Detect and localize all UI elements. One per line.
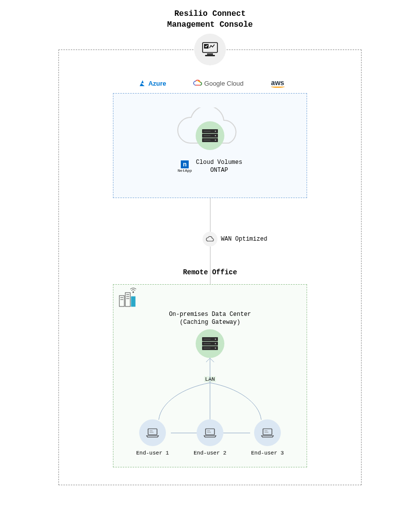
ontap-line2: ONTAP bbox=[196, 167, 243, 175]
svg-point-16 bbox=[133, 292, 134, 293]
end-user-row: End-user 1 End-user 2 End-user 3 bbox=[113, 419, 307, 456]
svg-point-9 bbox=[215, 140, 216, 141]
dc-line1: On-premises Data Center bbox=[169, 311, 251, 318]
title-line1: Resilio Connect bbox=[174, 9, 246, 18]
azure-label: Azure bbox=[148, 80, 166, 87]
connector-wan-to-remote bbox=[210, 247, 210, 284]
connector-cloud-to-wan bbox=[210, 198, 210, 232]
svg-point-25 bbox=[215, 339, 216, 340]
remote-office-title: Remote Office bbox=[0, 268, 420, 276]
laptop-icon bbox=[197, 419, 223, 446]
google-cloud-logo: Google Cloud bbox=[193, 80, 244, 87]
laptop-icon bbox=[139, 419, 166, 446]
netapp-n-icon: n bbox=[181, 160, 189, 168]
data-center-title: On-premises Data Center (Caching Gateway… bbox=[113, 310, 307, 326]
aws-logo: aws bbox=[271, 79, 285, 88]
cloud-icon bbox=[206, 236, 214, 242]
end-user-2: End-user 2 bbox=[194, 419, 226, 456]
svg-point-27 bbox=[215, 348, 216, 349]
ontap-line1: Cloud Volumes bbox=[196, 159, 243, 166]
end-user-2-label: End-user 2 bbox=[194, 450, 226, 456]
dc-line2: (Caching Gateway) bbox=[180, 319, 240, 326]
aws-smile-icon bbox=[271, 86, 285, 88]
end-user-3-label: End-user 3 bbox=[251, 450, 284, 456]
remote-office-box: On-premises Data Center (Caching Gateway… bbox=[113, 284, 307, 467]
azure-logo: Azure bbox=[138, 79, 166, 87]
netapp-logo: n NetApp bbox=[178, 160, 192, 173]
diagram-title: Resilio Connect Management Console bbox=[0, 9, 420, 30]
end-user-1: End-user 1 bbox=[136, 419, 169, 456]
city-icon bbox=[117, 288, 139, 307]
management-console-icon bbox=[194, 34, 226, 65]
ontap-text: Cloud Volumes ONTAP bbox=[196, 159, 243, 174]
end-user-3: End-user 3 bbox=[251, 419, 284, 456]
google-cloud-label: Google Cloud bbox=[204, 80, 244, 87]
cloud-volumes-box: n NetApp Cloud Volumes ONTAP bbox=[113, 93, 307, 198]
svg-point-7 bbox=[215, 131, 216, 132]
svg-rect-1 bbox=[207, 53, 213, 55]
wan-badge bbox=[203, 232, 217, 247]
cloud-server-icon bbox=[196, 121, 224, 150]
netapp-text: NetApp bbox=[178, 168, 192, 173]
gateway-server-icon bbox=[196, 329, 224, 358]
svg-rect-36 bbox=[206, 429, 214, 435]
title-line2: Management Console bbox=[167, 20, 253, 29]
laptop-icon bbox=[254, 419, 281, 446]
svg-point-8 bbox=[215, 135, 216, 137]
end-user-1-label: End-user 1 bbox=[136, 450, 169, 456]
svg-point-26 bbox=[215, 343, 216, 345]
svg-rect-33 bbox=[148, 429, 157, 435]
wan-label: WAN Optimized bbox=[221, 236, 267, 243]
svg-rect-39 bbox=[263, 429, 272, 435]
svg-rect-2 bbox=[205, 55, 215, 56]
lan-label: LAN bbox=[204, 376, 216, 382]
ontap-label-row: n NetApp Cloud Volumes ONTAP bbox=[113, 159, 307, 174]
svg-rect-15 bbox=[131, 297, 135, 306]
cloud-provider-row: Azure Google Cloud aws bbox=[125, 79, 298, 88]
svg-rect-13 bbox=[119, 296, 124, 306]
